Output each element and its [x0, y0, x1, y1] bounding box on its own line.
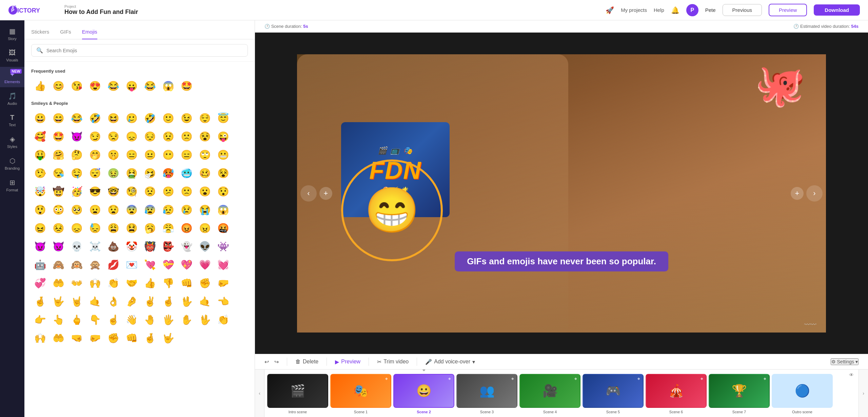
scene-thumb-scene4[interactable]: 🎥◆ — [519, 374, 580, 408]
emoji-cell[interactable]: 🥴 — [196, 164, 214, 182]
emoji-cell[interactable]: 😆 — [104, 109, 122, 127]
emoji-cell[interactable]: 🤣 — [141, 109, 159, 127]
emoji-cell[interactable]: 😭 — [196, 201, 214, 219]
scene-thumb-scene3[interactable]: 👥◆ — [456, 374, 517, 408]
emoji-cell[interactable]: 🥺 — [68, 201, 85, 219]
emoji-cell[interactable]: 🤝 — [123, 274, 140, 292]
emoji-cell[interactable]: 👏 — [104, 274, 122, 292]
emoji-cell[interactable]: 🤗 — [50, 146, 67, 164]
emoji-cell[interactable]: 👹 — [141, 238, 159, 255]
emoji-cell[interactable]: 💗 — [196, 256, 214, 273]
emoji-cell[interactable]: 👻 — [178, 238, 195, 255]
emoji-cell[interactable]: 👍 — [31, 77, 49, 95]
add-scene-left-btn[interactable]: + — [319, 187, 332, 200]
emoji-cell[interactable]: 💩 — [104, 238, 122, 255]
emoji-cell[interactable]: 💘 — [141, 256, 159, 273]
emoji-cell[interactable]: 😛 — [123, 77, 140, 95]
previous-button[interactable]: Previous — [723, 4, 762, 16]
emoji-cell[interactable]: 😟 — [159, 128, 177, 145]
emoji-cell[interactable]: 😐 — [141, 146, 159, 164]
emoji-cell[interactable]: 🤓 — [104, 183, 122, 200]
undo-button[interactable]: ↩ — [264, 359, 269, 365]
emoji-cell[interactable]: 🙁 — [178, 183, 195, 200]
emoji-cell[interactable]: 😞 — [68, 219, 85, 237]
emoji-cell[interactable]: 😂 — [104, 77, 122, 95]
emoji-cell[interactable]: 🤩 — [178, 77, 195, 95]
emoji-cell[interactable]: 😑 — [123, 146, 140, 164]
emoji-cell[interactable]: 😱 — [159, 77, 177, 95]
emoji-cell[interactable]: 🤞 — [159, 292, 177, 310]
emoji-cell[interactable]: 🥰 — [31, 128, 49, 145]
smiley-circle[interactable]: 😁 — [341, 159, 443, 261]
emoji-cell[interactable]: 🙁 — [178, 128, 195, 145]
emoji-cell[interactable]: 🤤 — [68, 164, 85, 182]
emoji-cell[interactable]: 👾 — [214, 238, 232, 255]
emoji-cell[interactable]: 🖕 — [68, 311, 85, 328]
emoji-cell[interactable]: 😓 — [86, 219, 104, 237]
visibility-icon[interactable]: 👁 — [849, 372, 854, 378]
emoji-cell[interactable]: 😇 — [214, 109, 232, 127]
emoji-cell[interactable]: 🤞 — [141, 329, 159, 347]
emoji-cell[interactable]: 🤘 — [68, 292, 85, 310]
timeline-toggle-left[interactable]: ‹ — [255, 369, 264, 417]
preview-button[interactable]: Preview — [769, 4, 807, 16]
emoji-cell[interactable]: 🙌 — [86, 274, 104, 292]
emoji-cell[interactable]: 😡 — [178, 219, 195, 237]
emoji-cell[interactable]: 😬 — [214, 146, 232, 164]
emoji-cell[interactable]: 🖐️ — [159, 311, 177, 328]
emoji-cell[interactable]: 😯 — [214, 183, 232, 200]
emoji-cell[interactable]: 😂 — [68, 109, 85, 127]
emoji-cell[interactable]: 🤲 — [50, 274, 67, 292]
emoji-cell[interactable]: 🤣 — [86, 109, 104, 127]
emoji-cell[interactable]: 👐 — [68, 274, 85, 292]
emoji-cell[interactable]: 💌 — [123, 256, 140, 273]
emoji-cell[interactable]: ☝️ — [104, 311, 122, 328]
emoji-cell[interactable]: 👿 — [50, 238, 67, 255]
emoji-cell[interactable]: 😳 — [50, 201, 67, 219]
emoji-cell[interactable]: 💞 — [31, 274, 49, 292]
emoji-cell[interactable]: 🧐 — [123, 183, 140, 200]
help-link[interactable]: Help — [654, 7, 664, 13]
emoji-cell[interactable]: ✊ — [104, 329, 122, 347]
emoji-cell[interactable]: 🤔 — [68, 146, 85, 164]
emoji-cell[interactable]: 😲 — [31, 201, 49, 219]
emoji-cell[interactable]: 🖖 — [196, 311, 214, 328]
sidebar-item-visuals[interactable]: 🖼 Visuals — [0, 45, 24, 65]
scene-thumb-scene1[interactable]: 🎭◆ — [330, 374, 391, 408]
emoji-cell[interactable]: 🥶 — [178, 164, 195, 182]
emoji-cell[interactable]: 🤌 — [123, 292, 140, 310]
emoji-cell[interactable]: 👊 — [178, 274, 195, 292]
emoji-cell[interactable]: 😒 — [104, 128, 122, 145]
emoji-cell[interactable]: 🤧 — [141, 164, 159, 182]
next-scene-arrow[interactable]: › — [806, 185, 823, 202]
sidebar-item-format[interactable]: ⊞ Format — [0, 175, 24, 195]
redo-button[interactable]: ↪ — [274, 359, 279, 365]
emoji-cell[interactable]: 👉 — [31, 311, 49, 328]
prev-scene-arrow[interactable]: ‹ — [300, 185, 317, 202]
emoji-cell[interactable]: 🤥 — [31, 164, 49, 182]
emoji-cell[interactable]: 🤖 — [31, 256, 49, 273]
emoji-cell[interactable]: 🥲 — [123, 109, 140, 127]
my-projects-link[interactable]: My projects — [621, 7, 647, 13]
user-avatar[interactable]: P — [686, 4, 698, 16]
emoji-cell[interactable]: 🤯 — [31, 183, 49, 200]
emoji-cell[interactable]: ☠️ — [86, 238, 104, 255]
emoji-cell[interactable]: 👌 — [104, 292, 122, 310]
emoji-cell[interactable]: 😰 — [141, 201, 159, 219]
emoji-cell[interactable]: 😊 — [50, 77, 67, 95]
preview-ctrl-button[interactable]: ▶ Preview — [335, 359, 360, 365]
emoji-cell[interactable]: 💀 — [68, 238, 85, 255]
timeline-toggle-right[interactable]: › — [859, 369, 868, 417]
emoji-cell[interactable]: 🤞 — [31, 292, 49, 310]
scene-thumb-outro[interactable]: 🔵 — [772, 374, 833, 408]
emoji-cell[interactable]: 😎 — [86, 183, 104, 200]
sidebar-item-elements[interactable]: ✦ Elements NEW — [0, 67, 24, 87]
sidebar-item-branding[interactable]: ⬡ Branding — [0, 153, 24, 174]
scene-thumb-scene5[interactable]: 🎮◆ — [583, 374, 644, 408]
emoji-cell[interactable]: 🤛 — [86, 329, 104, 347]
sidebar-item-text[interactable]: T Text — [0, 110, 24, 130]
emoji-cell[interactable]: 🤮 — [123, 164, 140, 182]
emoji-cell[interactable]: 🤡 — [123, 238, 140, 255]
emoji-cell[interactable]: 🙂 — [159, 109, 177, 127]
rocket-icon[interactable]: 🚀 — [606, 6, 614, 14]
